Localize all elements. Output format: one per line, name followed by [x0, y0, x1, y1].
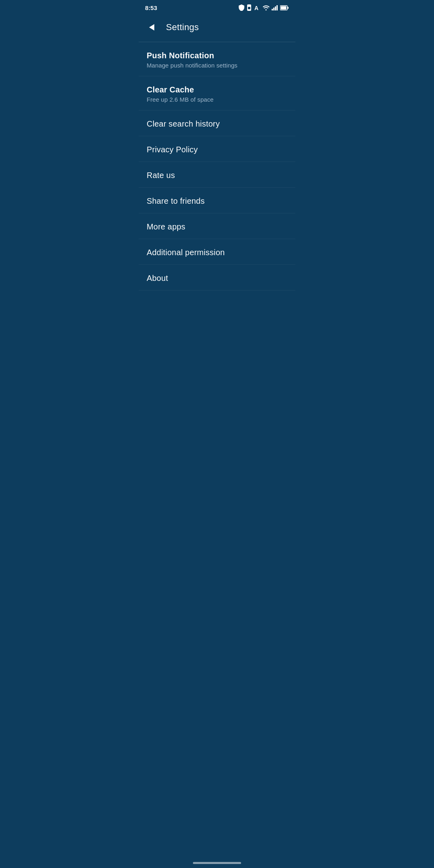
settings-item-additional-permission[interactable]: Additional permission	[139, 239, 295, 265]
clear-search-history-title: Clear search history	[147, 119, 287, 129]
svg-rect-3	[272, 9, 273, 10]
page-title: Settings	[166, 22, 199, 33]
privacy-policy-title: Privacy Policy	[147, 145, 287, 154]
svg-rect-1	[248, 7, 250, 9]
clear-cache-title: Clear Cache	[147, 85, 287, 94]
settings-list: Push Notification Manage push notificati…	[139, 42, 295, 291]
shield-icon	[239, 4, 244, 11]
sim-card-icon	[246, 4, 252, 11]
settings-item-clear-search-history[interactable]: Clear search history	[139, 111, 295, 136]
svg-rect-6	[276, 5, 278, 10]
status-icons: A	[239, 4, 289, 11]
wifi-icon	[262, 5, 270, 10]
back-arrow-icon	[149, 24, 154, 31]
rate-us-title: Rate us	[147, 171, 287, 180]
svg-rect-5	[275, 6, 276, 10]
settings-item-clear-cache[interactable]: Clear Cache Free up 2.6 MB of space	[139, 76, 295, 111]
push-notification-title: Push Notification	[147, 51, 287, 60]
svg-rect-9	[281, 6, 287, 9]
svg-rect-4	[273, 8, 274, 10]
back-button[interactable]	[143, 19, 160, 35]
settings-item-rate-us[interactable]: Rate us	[139, 162, 295, 188]
text-a-icon: A	[254, 4, 260, 11]
more-apps-title: More apps	[147, 222, 287, 231]
status-bar: 8:53 A	[139, 0, 295, 14]
app-bar: Settings	[139, 14, 295, 42]
settings-item-share-to-friends[interactable]: Share to friends	[139, 188, 295, 213]
battery-icon	[280, 5, 289, 10]
settings-item-privacy-policy[interactable]: Privacy Policy	[139, 136, 295, 162]
svg-text:A: A	[254, 5, 258, 11]
about-title: About	[147, 274, 287, 283]
svg-rect-8	[288, 7, 289, 9]
settings-item-more-apps[interactable]: More apps	[139, 213, 295, 239]
signal-icon	[272, 5, 278, 10]
clear-cache-subtitle: Free up 2.6 MB of space	[147, 96, 287, 103]
share-to-friends-title: Share to friends	[147, 197, 287, 206]
settings-item-about[interactable]: About	[139, 265, 295, 291]
settings-item-push-notification[interactable]: Push Notification Manage push notificati…	[139, 42, 295, 76]
status-time: 8:53	[145, 4, 157, 11]
push-notification-subtitle: Manage push notification settings	[147, 62, 287, 69]
additional-permission-title: Additional permission	[147, 248, 287, 257]
